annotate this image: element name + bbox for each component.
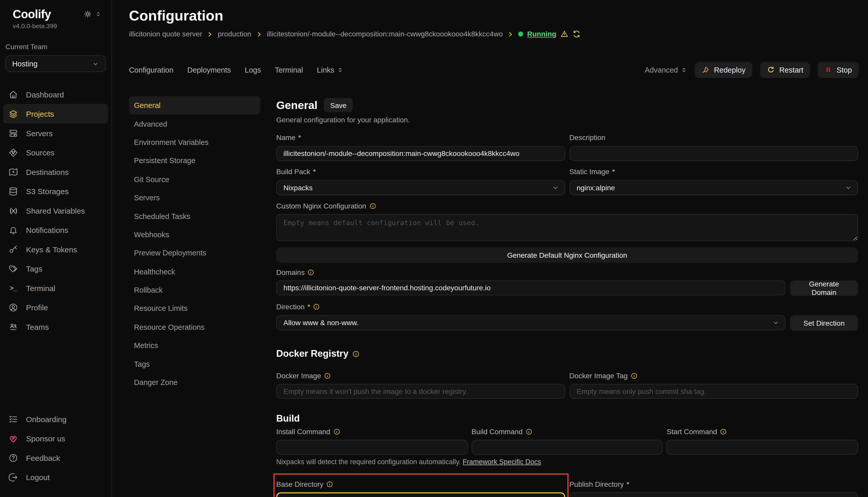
subnav-danger-zone[interactable]: Danger Zone	[129, 373, 260, 392]
redeploy-button[interactable]: Redeploy	[694, 61, 752, 78]
bell-icon	[8, 225, 18, 235]
info-icon[interactable]	[630, 372, 637, 380]
subnav-webhooks[interactable]: Webhooks	[129, 225, 260, 244]
database-icon	[8, 186, 18, 196]
stop-button[interactable]: Stop	[818, 61, 858, 78]
restart-button[interactable]: Restart	[760, 61, 810, 78]
sidebar-item-profile[interactable]: Profile	[3, 297, 108, 317]
tab-deployments[interactable]: Deployments	[187, 66, 231, 74]
sidebar-item-projects[interactable]: Projects	[3, 104, 108, 123]
set-direction-button[interactable]: Set Direction	[790, 315, 858, 330]
sidebar-nav: Dashboard Projects Servers Sources Desti…	[3, 85, 108, 336]
info-icon[interactable]	[307, 269, 315, 276]
save-button[interactable]: Save	[324, 98, 353, 112]
framework-docs-link[interactable]: Framework Specific Docs	[463, 458, 541, 466]
chevron-right-icon	[207, 31, 213, 38]
direction-label: Direction	[276, 303, 305, 311]
theme-switcher[interactable]	[84, 10, 101, 18]
map-icon	[8, 167, 18, 177]
logout-icon	[8, 472, 18, 482]
info-icon[interactable]	[324, 372, 331, 380]
sidebar-item-terminal[interactable]: >_ Terminal	[3, 278, 108, 297]
home-icon	[8, 89, 18, 99]
subnav-resource-limits[interactable]: Resource Limits	[129, 300, 260, 318]
install-command-input[interactable]	[276, 440, 468, 455]
info-icon[interactable]	[326, 481, 333, 488]
build-section-title: Build	[276, 413, 300, 424]
subnav-metrics[interactable]: Metrics	[129, 337, 260, 355]
docker-image-tag-input[interactable]	[569, 384, 858, 399]
sidebar-item-label: Profile	[26, 303, 48, 312]
subnav-preview-deployments[interactable]: Preview Deployments	[129, 244, 260, 262]
info-icon[interactable]	[333, 428, 340, 435]
subnav-servers[interactable]: Servers	[129, 188, 260, 207]
tab-configuration[interactable]: Configuration	[129, 66, 174, 74]
tab-links[interactable]: Links	[317, 66, 343, 74]
users-icon	[8, 322, 18, 331]
sidebar-item-sponsor-us[interactable]: Sponsor us	[3, 429, 108, 448]
sidebar-item-shared-variables[interactable]: (x) Shared Variables	[3, 201, 108, 220]
page-title: Configuration	[129, 7, 223, 24]
breadcrumb-environment[interactable]: production	[218, 30, 251, 38]
info-icon[interactable]	[720, 428, 727, 435]
build-command-input[interactable]	[471, 440, 663, 455]
advanced-dropdown[interactable]: Advanced	[645, 66, 687, 74]
tab-terminal[interactable]: Terminal	[275, 66, 303, 74]
static-image-select[interactable]: nginx:alpine	[569, 180, 858, 195]
base-directory-label: Base Directory	[276, 480, 323, 488]
terminal-prompt-icon: >_	[8, 283, 18, 293]
name-input[interactable]	[276, 146, 565, 161]
direction-value: Allow www & non-www.	[283, 318, 359, 327]
start-command-input[interactable]	[667, 440, 858, 455]
sidebar-item-dashboard[interactable]: Dashboard	[3, 85, 108, 104]
subnav-tags[interactable]: Tags	[129, 355, 260, 373]
info-icon[interactable]	[313, 303, 320, 310]
sidebar-item-onboarding[interactable]: Onboarding	[3, 409, 108, 428]
sidebar-item-feedback[interactable]: Feedback	[3, 448, 108, 467]
subnav-general[interactable]: General	[129, 96, 260, 115]
generate-domain-button[interactable]: Generate Domain	[790, 281, 858, 296]
subnav-environment-variables[interactable]: Environment Variables	[129, 133, 260, 152]
publish-directory-input[interactable]	[569, 492, 858, 497]
info-icon[interactable]	[369, 202, 376, 210]
info-icon[interactable]	[353, 350, 360, 358]
subnav-persistent-storage[interactable]: Persistent Storage	[129, 152, 260, 170]
subnav-git-source[interactable]: Git Source	[129, 170, 260, 188]
warning-icon[interactable]	[560, 30, 568, 38]
base-directory-input[interactable]	[276, 492, 565, 497]
sidebar-item-notifications[interactable]: Notifications	[3, 220, 108, 239]
sidebar-item-tags[interactable]: Tags	[3, 259, 108, 278]
info-icon[interactable]	[525, 428, 533, 435]
sidebar-item-logout[interactable]: Logout	[3, 468, 108, 487]
domains-input[interactable]	[276, 281, 785, 295]
required-asterisk: *	[313, 168, 316, 176]
sidebar-item-teams[interactable]: Teams	[3, 317, 108, 336]
sidebar-item-label: S3 Storages	[26, 187, 69, 196]
restart-label: Restart	[779, 66, 803, 74]
sidebar-item-s3-storages[interactable]: S3 Storages	[3, 181, 108, 201]
tab-logs[interactable]: Logs	[245, 66, 261, 74]
description-input[interactable]	[569, 146, 858, 161]
sidebar-item-keys-tokens[interactable]: Keys & Tokens	[3, 240, 108, 259]
docker-image-input[interactable]	[276, 384, 565, 399]
breadcrumb-application[interactable]: illicitestonion/-module--decomposition:m…	[267, 30, 503, 38]
sidebar-item-servers[interactable]: Servers	[3, 123, 108, 143]
breadcrumb-project[interactable]: illicitonion quote server	[129, 30, 202, 38]
subnav-scheduled-tasks[interactable]: Scheduled Tasks	[129, 207, 260, 225]
subnav-resource-operations[interactable]: Resource Operations	[129, 318, 260, 337]
tags-icon	[8, 264, 18, 274]
sidebar-item-sources[interactable]: Sources	[3, 143, 108, 162]
subnav-advanced[interactable]: Advanced	[129, 115, 260, 133]
subnav-rollback[interactable]: Rollback	[129, 281, 260, 300]
build-pack-select[interactable]: Nixpacks	[276, 180, 565, 195]
breadcrumb: illicitonion quote server production ill…	[129, 30, 581, 38]
static-image-value: nginx:alpine	[576, 184, 615, 192]
refresh-icon[interactable]	[572, 30, 581, 38]
generate-nginx-button[interactable]: Generate Default Nginx Configuration	[276, 247, 858, 262]
direction-select[interactable]: Allow www & non-www.	[276, 315, 785, 330]
nginx-config-textarea[interactable]	[276, 214, 858, 241]
sidebar-item-destinations[interactable]: Destinations	[3, 162, 108, 181]
subnav-healthcheck[interactable]: Healthcheck	[129, 262, 260, 281]
status-running-link[interactable]: Running	[527, 30, 556, 38]
team-select[interactable]: Hosting	[6, 55, 106, 72]
